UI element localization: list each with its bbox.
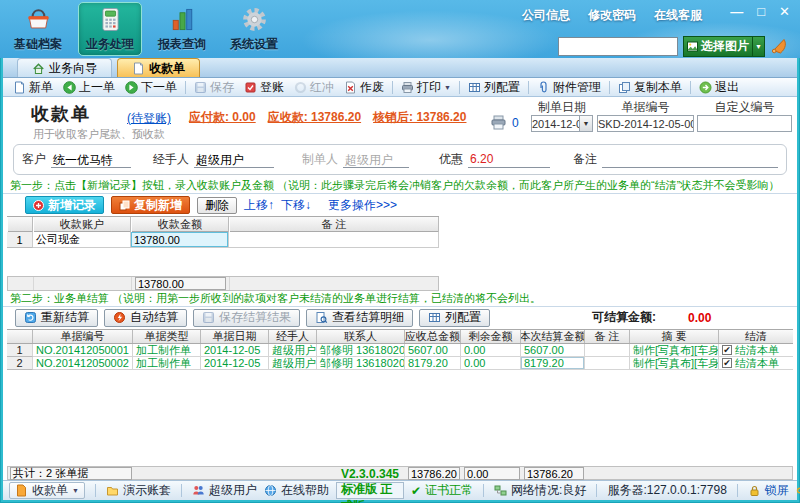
move-up-link[interactable]: 上移↑ <box>244 197 274 214</box>
divider <box>737 484 738 497</box>
account-set-item[interactable]: 演示账套 <box>106 482 171 499</box>
doc-toolbar: 新单 上一单 下一单 保存 登账 红冲 作废 打印 <box>3 78 797 97</box>
module-reports[interactable]: 报表查询 <box>150 2 214 56</box>
settle-amount-cell[interactable]: 5607.00 <box>521 344 585 357</box>
save-icon <box>194 81 207 94</box>
void-icon <box>344 81 357 94</box>
settle-amount-cell[interactable]: 8179.20 <box>521 357 585 370</box>
doc-menu-arrow: ▼ <box>72 487 79 494</box>
pending-post-link[interactable]: (待登账) <box>127 110 171 127</box>
globe-icon <box>264 484 277 497</box>
online-service-link[interactable]: 在线客服 <box>654 7 702 24</box>
status-bar: 收款单 ▼ 演示账套 超级用户 在线帮助 V2.3.0.345标准版 正式版 ✔… <box>3 480 797 500</box>
image-path-input[interactable] <box>558 37 678 56</box>
account-cell[interactable]: 公司现金 <box>33 232 131 248</box>
settle-checkbox[interactable]: ✔ <box>722 345 732 355</box>
version-text: V2.3.0.345标准版 正式版 <box>336 482 404 499</box>
settle-check-cell[interactable]: ✔ 结清本单 <box>719 344 793 357</box>
online-help-item[interactable]: 在线帮助 <box>264 482 329 499</box>
maker-label: 制单人 <box>302 151 338 168</box>
move-down-link[interactable]: 下移↓ <box>281 197 311 214</box>
date-field[interactable]: 2014-12-05 ▼ <box>531 115 593 132</box>
printer-icon[interactable] <box>490 115 507 130</box>
divider <box>690 81 691 94</box>
after-writeoff-amount: 核销后: 13786.20 <box>373 109 466 126</box>
divider <box>528 81 529 94</box>
column-config-button[interactable]: 列配置 <box>463 79 525 96</box>
print-dropdown-arrow[interactable]: ▼ <box>444 84 451 91</box>
doc-count-total: 共计：2 张单据 <box>10 467 132 480</box>
amount-cell[interactable]: 13780.00 <box>131 232 229 248</box>
available-amount-value: 0.00 <box>688 311 711 325</box>
settle-checkbox[interactable]: ✔ <box>722 358 732 368</box>
print-button[interactable]: 打印 ▼ <box>396 79 456 96</box>
next-icon <box>125 81 138 94</box>
recalculate-button[interactable]: 重新结算 <box>15 309 98 327</box>
customer-field[interactable]: 统一优马特 <box>51 152 131 168</box>
gear-icon <box>241 6 268 33</box>
table-row[interactable]: 1 公司现金 13780.00 <box>7 232 439 247</box>
more-actions-link[interactable]: 更多操作>>> <box>328 197 397 214</box>
change-password-link[interactable]: 修改密码 <box>588 7 636 24</box>
attachment-icon <box>537 81 550 94</box>
close-button[interactable]: ✕ <box>779 4 790 20</box>
exit-icon <box>699 81 712 94</box>
tab-business-wizard[interactable]: 业务向导 <box>17 58 112 77</box>
add-record-button[interactable]: 新增记录 <box>25 196 104 214</box>
column-config-icon <box>428 311 441 324</box>
discount-field[interactable]: 6.20 <box>468 152 550 168</box>
void-doc-button[interactable]: 作废 <box>339 79 389 96</box>
check-icon: ✔ <box>411 484 421 498</box>
copy-add-button[interactable]: 复制新增 <box>111 196 190 214</box>
doc-no-label: 单据编号 <box>597 100 694 115</box>
attachment-button[interactable]: 附件管理 <box>532 79 606 96</box>
handler-field[interactable]: 超级用户 <box>194 152 274 168</box>
save-result-icon <box>202 311 215 324</box>
custom-no-label: 自定义编号 <box>697 100 792 115</box>
horn-icon[interactable] <box>770 35 790 58</box>
divider <box>392 81 393 94</box>
company-info-link[interactable]: 公司信息 <box>522 7 570 24</box>
table-row[interactable]: 1 NO.201412050001 加工制作单 2014-12-05 超级用户 … <box>7 344 793 357</box>
exit-button[interactable]: 退出 <box>694 79 744 96</box>
network-status-item: 网络情况:良好 <box>494 482 586 499</box>
doc-type-menu[interactable]: 收款单 ▼ <box>9 482 85 499</box>
maximize-button[interactable]: □ <box>757 4 765 20</box>
page-title: 收款单 <box>31 102 91 126</box>
date-dropdown[interactable]: ▼ <box>579 116 592 131</box>
delete-record-button[interactable]: 删除 <box>197 197 237 214</box>
table-row[interactable]: 2 NO.201412050002 加工制作单 2014-12-05 超级用户 … <box>7 357 793 370</box>
module-base-archive[interactable]: 基础档案 <box>6 2 70 56</box>
current-user-item[interactable]: 超级用户 <box>192 482 257 499</box>
new-doc-button[interactable]: 新单 <box>8 79 58 96</box>
minimize-button[interactable]: — <box>730 4 743 20</box>
amount-summary: 应付款: 0.00 应收款: 13786.20 核销后: 13786.20 <box>189 109 466 126</box>
custom-no-input[interactable] <box>697 115 792 132</box>
prev-doc-button[interactable]: 上一单 <box>58 79 120 96</box>
copy-doc-button[interactable]: 复制本单 <box>613 79 687 96</box>
remark-label: 备注 <box>573 151 597 168</box>
remark-cell[interactable] <box>229 232 439 248</box>
remark-field[interactable] <box>602 152 778 168</box>
post-account-button[interactable]: 登账 <box>239 79 289 96</box>
doc-header: 收款单 (待登账) 应付款: 0.00 应收款: 13786.20 核销后: 1… <box>3 97 797 143</box>
save-button: 保存 <box>189 79 239 96</box>
record-toolbar: 新增记录 复制新增 删除 上移↑ 下移↓ 更多操作>>> <box>3 193 797 216</box>
post-icon <box>244 81 257 94</box>
recalculate-icon <box>24 311 37 324</box>
settle-check-cell[interactable]: ✔ 结清本单 <box>719 357 793 370</box>
auto-settle-button[interactable]: 自动结算 <box>104 309 187 327</box>
module-business[interactable]: 业务处理 <box>78 2 142 56</box>
switch-user-button[interactable]: 切换用户 <box>796 457 800 503</box>
select-image-dropdown[interactable]: ▼ <box>752 37 764 56</box>
module-settings[interactable]: 系统设置 <box>222 2 286 56</box>
settle-column-config-button[interactable]: 列配置 <box>419 309 490 327</box>
tab-receipt-doc[interactable]: 收款单 <box>117 58 200 77</box>
lock-screen-button[interactable]: 锁屏 <box>748 482 789 499</box>
table1-footer: 13780.00 <box>7 276 439 291</box>
next-doc-button[interactable]: 下一单 <box>120 79 182 96</box>
copy-doc-icon <box>618 81 631 94</box>
view-settle-detail-button[interactable]: 查看结算明细 <box>306 309 413 327</box>
select-image-button[interactable]: 选择图片 ▼ <box>683 36 765 57</box>
server-address: 服务器:127.0.0.1:7798 <box>607 482 726 499</box>
